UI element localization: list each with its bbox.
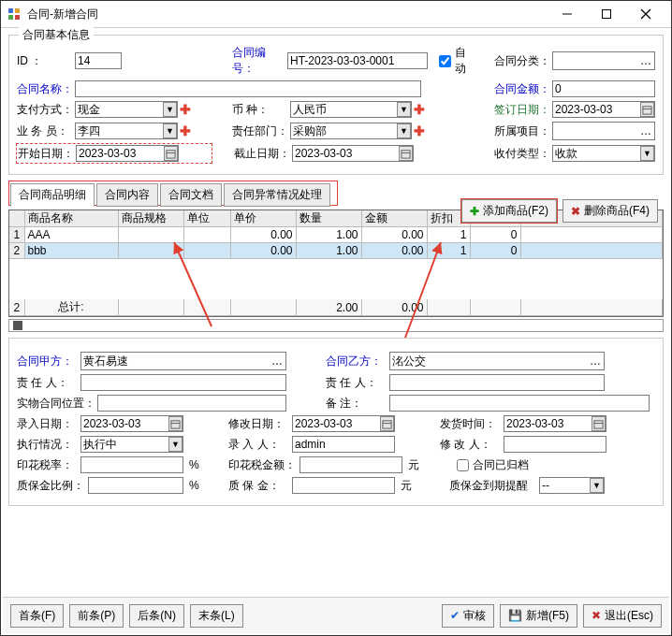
party-b-person-label: 责 任 人： (326, 375, 389, 391)
add-department-icon[interactable]: ✚ (414, 123, 425, 138)
audit-button[interactable]: ✔审核 (442, 604, 494, 628)
chevron-down-icon[interactable]: ▼ (168, 437, 183, 452)
currency-combo[interactable] (290, 101, 412, 118)
add-salesperson-icon[interactable]: ✚ (180, 123, 191, 138)
exit-button[interactable]: ✖退出(Esc) (583, 604, 662, 628)
remark-label: 备 注： (326, 396, 389, 412)
chevron-down-icon[interactable]: ▼ (163, 102, 177, 117)
add-product-button[interactable]: ✚添加商品(F2) (461, 199, 557, 223)
auto-checkbox[interactable] (439, 55, 451, 67)
contract-no-input[interactable] (287, 52, 428, 69)
products-grid[interactable]: 商品名称商品规格单位 单价数量金额 折扣优惠价备注 1 AAA 0.001.00… (8, 210, 664, 317)
chevron-down-icon[interactable]: ▼ (590, 478, 604, 493)
project-picker[interactable]: … (552, 122, 655, 140)
deposit-rate-input[interactable] (88, 477, 183, 494)
salesperson-label: 业 务 员： (17, 123, 75, 139)
modify-by-label: 修 改 人： (440, 437, 504, 453)
new-button[interactable]: 💾新增(F5) (500, 604, 577, 628)
party-b-picker[interactable]: 洺公交… (389, 352, 605, 370)
save-icon: 💾 (508, 609, 522, 622)
calendar-icon[interactable] (168, 416, 183, 431)
calendar-icon[interactable] (164, 146, 178, 161)
grid-scroll-stub[interactable] (8, 319, 664, 332)
scroll-thumb-icon[interactable] (13, 321, 22, 330)
tax-rate-input[interactable] (80, 456, 183, 473)
title-bar: 合同-新增合同 (1, 1, 671, 28)
plus-icon: ✚ (470, 205, 479, 218)
category-picker[interactable]: … (552, 51, 655, 70)
contract-name-input[interactable] (75, 80, 421, 97)
maximize-button[interactable] (587, 1, 626, 27)
totals-row: 2 总计: 2.000.00 (9, 299, 663, 316)
window-title: 合同-新增合同 (27, 7, 548, 22)
prev-record-button[interactable]: 前条(P) (69, 604, 124, 628)
party-a-person-label: 责 任 人： (17, 375, 80, 391)
yuan-unit: 元 (408, 457, 419, 473)
deposit-amount-label: 质 保 金： (228, 478, 292, 494)
svg-rect-0 (8, 8, 13, 13)
app-icon (7, 7, 22, 22)
chevron-down-icon[interactable]: ▼ (163, 123, 177, 138)
currency-label: 币 种： (232, 102, 290, 118)
deposit-amount-input[interactable] (292, 477, 395, 494)
calendar-icon[interactable] (399, 146, 413, 161)
minimize-button[interactable] (548, 1, 587, 27)
archived-checkbox[interactable] (457, 459, 469, 471)
chevron-down-icon[interactable]: ▼ (640, 146, 654, 161)
table-row[interactable]: 1 AAA 0.001.000.00 10 (9, 227, 663, 243)
check-icon: ✔ (450, 609, 460, 622)
calendar-icon[interactable] (640, 102, 654, 117)
party-b-person-input[interactable] (389, 374, 605, 391)
chevron-down-icon[interactable]: ▼ (397, 123, 411, 138)
remark-input[interactable] (389, 395, 650, 412)
svg-rect-5 (603, 10, 611, 19)
tab-contract-content[interactable]: 合同内容 (96, 183, 158, 207)
category-label: 合同分类： (494, 53, 552, 69)
next-record-button[interactable]: 后条(N) (129, 604, 184, 628)
paytype-label: 收付类型： (494, 146, 552, 162)
tax-amount-input[interactable] (299, 456, 402, 473)
first-record-button[interactable]: 首条(F) (10, 604, 64, 628)
table-row[interactable]: 2 bbb 0.001.000.00 10 (9, 243, 663, 259)
entry-date-label: 录入日期： (17, 416, 80, 432)
id-label: ID ： (17, 53, 75, 69)
svg-rect-12 (402, 150, 410, 157)
location-input[interactable] (97, 395, 286, 412)
department-combo[interactable] (290, 123, 412, 139)
svg-rect-1 (15, 8, 20, 13)
archived-label: 合同已归档 (473, 457, 529, 473)
project-label: 所属项目： (494, 123, 552, 139)
add-paymethod-icon[interactable]: ✚ (180, 102, 191, 117)
end-date-label: 截止日期： (234, 146, 292, 162)
svg-rect-14 (171, 420, 180, 427)
location-label: 实物合同位置： (17, 396, 97, 412)
tab-goods-detail[interactable]: 合同商品明细 (10, 183, 95, 207)
party-a-person-input[interactable] (80, 374, 286, 391)
ship-date-label: 发货时间： (440, 416, 504, 432)
add-currency-icon[interactable]: ✚ (414, 102, 425, 117)
tab-exception[interactable]: 合同异常情况处理 (224, 183, 330, 207)
modify-by-input[interactable] (504, 436, 606, 453)
chevron-down-icon[interactable]: ▼ (397, 102, 411, 117)
delete-product-button[interactable]: ✖删除商品(F4) (562, 199, 658, 223)
last-record-button[interactable]: 末条(L) (190, 604, 243, 628)
party-a-picker[interactable]: 黄石易速… (80, 352, 286, 370)
content-area: 合同基本信息 ID ： 合同编号： 自动 合同分类： … 合同名称： (3, 29, 669, 633)
entry-by-input[interactable] (292, 436, 395, 453)
svg-rect-2 (8, 15, 13, 20)
id-input[interactable] (75, 52, 122, 69)
start-date-label: 开始日期： (18, 146, 76, 162)
x-icon: ✖ (571, 205, 580, 218)
sign-date-label: 签订日期： (494, 102, 552, 118)
amount-input[interactable] (552, 80, 655, 97)
modify-date-label: 修改日期： (228, 416, 292, 432)
end-date-input[interactable] (292, 145, 414, 162)
yuan-unit: 元 (401, 478, 412, 494)
party-b-label: 合同乙方： (326, 354, 389, 369)
tab-contract-docs[interactable]: 合同文档 (160, 183, 222, 207)
party-a-label: 合同甲方： (17, 354, 80, 369)
close-button[interactable] (626, 1, 665, 27)
calendar-icon[interactable] (592, 416, 606, 431)
calendar-icon[interactable] (380, 416, 394, 431)
footer-bar: 首条(F) 前条(P) 后条(N) 末条(L) ✔审核 💾新增(F5) ✖退出(… (3, 597, 669, 633)
